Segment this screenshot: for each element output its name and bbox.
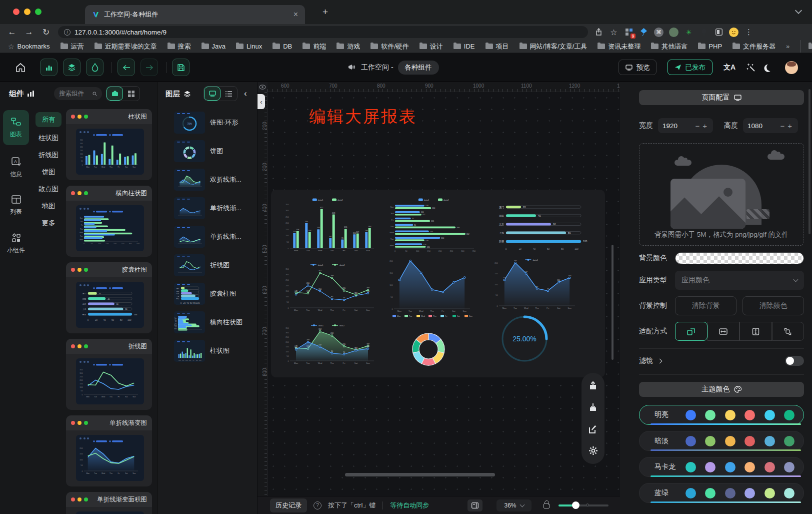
theme-option-蓝绿[interactable]: 蓝绿 (639, 483, 804, 503)
close-window-button[interactable] (13, 9, 20, 15)
bookmarks-root[interactable]: ☆ Bookmarks (8, 43, 50, 51)
address-bar[interactable]: i 127.0.0.1:3000/#/chart/home/9 (58, 26, 588, 38)
tab-search-chevron-icon[interactable] (795, 7, 802, 14)
bookmark-item[interactable]: 资讯未整理 (598, 42, 640, 51)
component-card-柱状图[interactable]: 柱状图050100150200250300350MonTueWedThuFriS… (66, 109, 152, 180)
bookmark-item[interactable]: 网站/博客/文章/工具 (520, 42, 588, 51)
bookmarks-overflow-icon[interactable]: » (786, 43, 790, 50)
extension-grid-icon[interactable]: 9 (624, 28, 634, 37)
width-value[interactable]: 1920 (662, 122, 694, 130)
language-icon[interactable]: 文A (724, 63, 736, 72)
width-stepper[interactable]: 1920 − + (658, 118, 713, 133)
undo-button[interactable] (118, 59, 135, 76)
chart-bar[interactable]: data1data2050100150200250300350Mon120136… (277, 196, 378, 258)
home-icon[interactable] (15, 63, 26, 73)
grid-view-button[interactable] (123, 87, 140, 101)
category-所有[interactable]: 所有 (36, 112, 62, 127)
sidebar-item-charts[interactable]: 图表 (3, 110, 29, 145)
settings-button[interactable] (584, 442, 602, 459)
layer-item-折线图[interactable]: 折线图 (158, 251, 257, 279)
decrement-icon[interactable]: − (778, 122, 786, 130)
component-search[interactable] (54, 87, 102, 100)
theme-color-dot[interactable] (705, 462, 716, 472)
share-icon[interactable] (594, 28, 604, 37)
ruler-corner[interactable] (258, 82, 268, 92)
bookmark-item[interactable]: Linux (236, 43, 262, 50)
dark-mode-icon[interactable] (766, 63, 774, 72)
new-tab-button[interactable]: + (322, 8, 328, 16)
fit-stretch-button[interactable] (772, 322, 804, 341)
extension-kite-icon[interactable] (639, 28, 648, 37)
theme-color-dot[interactable] (705, 410, 716, 420)
redo-button[interactable] (140, 59, 158, 76)
search-input[interactable] (59, 90, 90, 97)
bookmark-item[interactable]: 游戏 (336, 42, 360, 51)
bookmark-item[interactable]: 项目 (486, 42, 509, 51)
theme-color-dot[interactable] (744, 410, 755, 420)
theme-color-dot[interactable] (725, 410, 736, 420)
clear-background-button[interactable]: 清除背景 (675, 296, 736, 315)
import-button[interactable] (584, 399, 602, 416)
layer-item-双折线渐...[interactable]: 双折线渐... (158, 165, 257, 194)
theme-color-dot[interactable] (784, 410, 794, 420)
fit-width-button[interactable] (708, 322, 740, 341)
theme-option-明亮[interactable]: 明亮 (639, 405, 804, 425)
extension-command-icon[interactable]: ⌘ (654, 28, 664, 37)
page-config-header[interactable]: 页面配置 (639, 90, 804, 105)
extension-asterisk-icon[interactable]: ✳ (684, 28, 694, 37)
extension-green-circle-icon[interactable] (669, 28, 678, 37)
height-stepper[interactable]: 1080 − + (743, 118, 798, 133)
chart-line-single[interactable]: 050100150200MonTueWedThuFriSatSun (382, 255, 475, 320)
clear-color-button[interactable]: 清除颜色 (742, 296, 804, 315)
category-散点图[interactable]: 散点图 (38, 185, 59, 195)
chart-line-double[interactable]: data1data2050100150200250300350MonTueWed… (277, 261, 378, 320)
layer-item-横向柱状图[interactable]: SunSatFriThuWedTueMon横向柱状图 (158, 308, 257, 336)
bookmark-item[interactable]: 软件/硬件 (370, 42, 409, 51)
browser-back-icon[interactable]: ← (7, 27, 17, 37)
layer-item-单折线渐...[interactable]: 单折线渐... (158, 194, 257, 222)
browser-forward-icon[interactable]: → (24, 27, 34, 37)
chart-pie-donut[interactable]: MonTueWedThuFriSatSun (384, 312, 484, 375)
theme-color-header[interactable]: 主题颜色 (639, 382, 804, 397)
bookmark-item[interactable]: 搜索 (168, 42, 191, 51)
bookmark-item[interactable]: PHP (698, 43, 722, 50)
theme-color-dot[interactable] (686, 410, 696, 420)
collapse-layers-icon[interactable]: ‹ (244, 89, 247, 99)
sidebar-item-list[interactable]: 列表 (3, 190, 29, 221)
workspace-name-badge[interactable]: 各种组件 (398, 61, 439, 75)
layer-item-饼图-环形[interactable]: 70%饼图-环形 (158, 108, 257, 137)
history-button[interactable]: 历史记录 (270, 498, 307, 512)
maximize-window-button[interactable] (35, 9, 42, 15)
category-地图[interactable]: 地图 (42, 202, 56, 212)
layers-panel-toggle-button[interactable] (63, 59, 80, 76)
theme-color-dot[interactable] (686, 488, 696, 498)
list-view-button[interactable] (220, 87, 237, 101)
theme-color-dot[interactable] (744, 436, 755, 446)
chart-capsule[interactable]: 厦门20南阳40北京60上海80新疆100020406080100 (490, 196, 599, 258)
theme-color-dot[interactable] (744, 462, 755, 472)
minimize-window-button[interactable] (24, 9, 30, 15)
detail-panel-toggle-button[interactable] (86, 59, 104, 76)
canvas-vertical-scrollbar[interactable] (612, 245, 614, 360)
bookmark-item[interactable]: DB (272, 43, 292, 50)
theme-color-dot[interactable] (686, 436, 696, 446)
bookmark-item[interactable]: IDE (454, 43, 475, 50)
save-button[interactable] (172, 59, 190, 76)
theme-option-马卡龙[interactable]: 马卡龙 (639, 457, 804, 477)
chevron-right-icon[interactable] (658, 358, 662, 363)
panel-collapse-handle[interactable]: ‹ (258, 94, 265, 109)
site-info-icon[interactable]: i (64, 29, 70, 36)
category-饼图[interactable]: 饼图 (42, 168, 56, 178)
fit-height-button[interactable] (740, 322, 772, 341)
macos-traffic-lights[interactable] (13, 9, 42, 15)
component-card-折线图[interactable]: 折线图050100150200250300350MonTueWedThuFriS… (66, 339, 152, 410)
theme-color-dot[interactable] (764, 410, 775, 420)
background-color-swatch[interactable] (675, 252, 804, 264)
theme-color-dot[interactable] (705, 436, 716, 446)
app-type-select[interactable]: 应用颜色 (675, 271, 804, 290)
chart-horizontal-bar[interactable]: data1data2Sun130160Sat110117Fri70155Thu8… (382, 196, 482, 258)
component-card-胶囊柱图[interactable]: 胶囊柱图厦门20南阳40北京60上海80新疆100020406080100 (66, 262, 152, 333)
increment-icon[interactable]: + (786, 122, 794, 130)
export-button[interactable] (584, 377, 602, 394)
category-更多[interactable]: 更多 (42, 219, 56, 229)
